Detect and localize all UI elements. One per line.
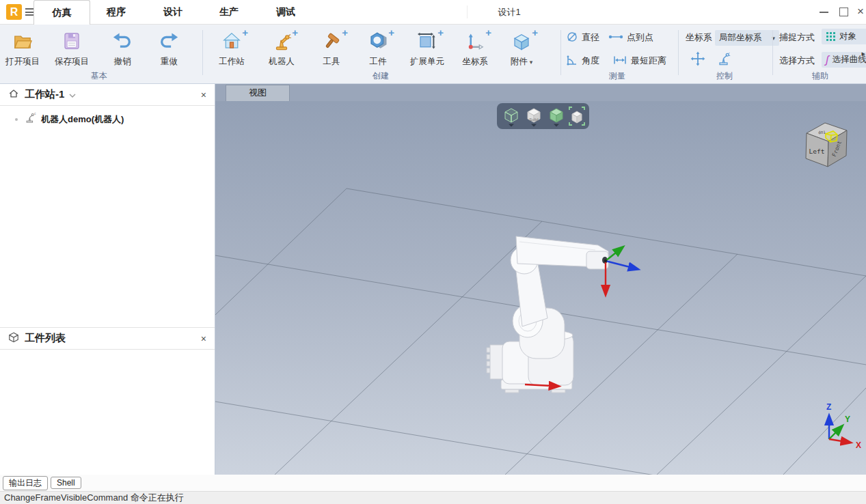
tree-item-robot[interactable]: c 机器人demo(机器人) (0, 106, 215, 126)
coordinate-axes-icon (465, 31, 485, 51)
solid-mode-label: Solid (529, 117, 538, 122)
robot-arm-icon (271, 31, 292, 51)
diameter-icon (566, 31, 578, 45)
view-cube[interactable]: Top Left Front (806, 123, 847, 167)
viewport-toolbar: Solid (497, 103, 589, 129)
station-tree: c 机器人demo(机器人) (0, 106, 215, 327)
viewport-canvas[interactable]: Solid (215, 101, 866, 475)
add-badge-icon: + (532, 27, 538, 38)
log-tabbar: 输出日志 Shell (0, 475, 866, 491)
point-to-point-icon (608, 31, 623, 45)
hex-nut-icon (368, 31, 388, 51)
menu-tab-simulation[interactable]: 仿真 (33, 0, 90, 25)
select-mode-label: 选择方式 (779, 54, 815, 68)
chevron-down-icon[interactable] (69, 89, 76, 101)
ribbon-group-control: 控制 (704, 70, 745, 82)
view-cube-left-label: Left (809, 148, 825, 155)
ribbon-divider (202, 30, 203, 75)
ribbon-group-basic: 基本 (79, 70, 120, 82)
robot-model[interactable] (487, 236, 608, 393)
axis-z-label: Z (826, 402, 831, 412)
add-badge-icon: + (388, 27, 394, 38)
ribbon-overflow-arrow[interactable]: ▸ (861, 49, 865, 58)
titlebar: R 仿真 程序 设计 生产 调试 设计1 × (0, 0, 866, 25)
menu-tab-program[interactable]: 程序 (96, 0, 137, 24)
move-cross-icon (690, 51, 705, 68)
snap-mode-label: 捕捉方式 (779, 31, 815, 44)
create-attachment-button[interactable]: + 附件▾ (499, 29, 544, 71)
status-bar: ChangeFrameVisibleCommand 命令正在执行 (0, 491, 866, 504)
ribbon: 打开项目 保存项目 撤销 重做 基本 + 工作站 (0, 25, 866, 84)
home-icon (8, 88, 19, 102)
floppy-disk-icon (62, 31, 82, 51)
create-frame-button[interactable]: + 坐标系 (452, 29, 498, 71)
ribbon-group-assist: 辅助 (800, 70, 841, 82)
measure-shortest-distance-button[interactable]: 最短距离 (612, 54, 666, 68)
axis-x-label: X (856, 440, 861, 450)
app-logo[interactable]: R (6, 4, 22, 20)
menu-tab-production[interactable]: 生产 (208, 0, 249, 24)
add-badge-icon: + (292, 27, 298, 38)
frame-selector-label: 坐标系 (686, 31, 712, 44)
cube-outline-icon (8, 332, 19, 346)
station-panel-close-button[interactable]: × (201, 89, 206, 100)
measure-diameter-button[interactable]: 直径 (566, 31, 599, 44)
add-badge-icon: + (242, 27, 248, 38)
folder-open-icon (12, 31, 33, 51)
robot-tree-icon: c (25, 112, 36, 126)
hammer-icon (321, 31, 342, 51)
create-extension-unit-button[interactable]: + 扩展单元 (405, 29, 450, 71)
angle-icon (566, 54, 578, 68)
scene-3d: Solid (215, 101, 866, 475)
tcp-frame (604, 247, 638, 294)
ribbon-divider (560, 30, 561, 75)
viewport-tab-view[interactable]: 视图 (226, 85, 290, 101)
snap-grid-icon (826, 31, 836, 42)
ribbon-group-create: 创建 (360, 70, 401, 82)
viewport: 视图 (215, 84, 866, 475)
tree-bullet-icon (15, 118, 18, 121)
station-panel-title: 工作站-1 (25, 88, 64, 101)
workpiece-panel-header: 工件列表 × (0, 327, 215, 350)
document-title: 设计1 (441, 0, 578, 24)
tree-item-label: 机器人demo(机器人) (41, 113, 124, 126)
svg-text:c: c (34, 112, 36, 115)
add-badge-icon: + (437, 27, 444, 38)
create-station-button[interactable]: + 工作站 (209, 29, 254, 71)
dropdown-caret-icon[interactable]: ▾ (530, 59, 533, 66)
measure-point-to-point-button[interactable]: 点到点 (608, 31, 653, 44)
create-tool-button[interactable]: + 工具 (309, 29, 354, 71)
measure-angle-button[interactable]: 角度 (566, 54, 599, 68)
workpiece-panel-close-button[interactable]: × (201, 333, 206, 344)
log-tab-output[interactable]: 输出日志 (3, 476, 48, 490)
redo-arrow-icon (159, 31, 179, 51)
menu-tab-debug[interactable]: 调试 (265, 0, 306, 24)
redo-button[interactable]: 重做 (146, 29, 191, 71)
world-axis-triad: Z Y X (826, 402, 861, 450)
window-minimize-button[interactable] (814, 0, 835, 24)
cube-icon (511, 31, 532, 51)
add-badge-icon: + (485, 27, 491, 38)
robot-outline-icon (716, 51, 731, 68)
extension-unit-icon (417, 31, 437, 51)
undo-button[interactable]: 撤销 (100, 29, 145, 71)
create-robot-button[interactable]: + 机器人 (259, 29, 304, 71)
undo-arrow-icon (112, 31, 133, 51)
window-close-button[interactable]: × (850, 0, 866, 24)
shortest-distance-icon (612, 54, 627, 68)
select-mode-button[interactable]: ʃ 选择曲线 (822, 52, 866, 68)
station-panel-header: 工作站-1 × (0, 84, 215, 106)
move-control-button[interactable] (690, 53, 705, 66)
frame-selector-dropdown[interactable]: 局部坐标系 ▾ (715, 30, 779, 46)
curve-select-icon: ʃ (826, 55, 829, 65)
menu-tab-design[interactable]: 设计 (152, 0, 193, 24)
snap-mode-button[interactable]: 对象 (822, 29, 866, 44)
save-project-button[interactable]: 保存项目 (49, 29, 94, 71)
ribbon-divider (772, 30, 773, 75)
create-workpiece-button[interactable]: + 工件 (355, 29, 401, 71)
log-tab-shell[interactable]: Shell (51, 477, 81, 489)
robot-jog-button[interactable] (716, 53, 731, 66)
viewport-tabstrip: 视图 (215, 84, 866, 101)
open-project-button[interactable]: 打开项目 (0, 29, 45, 71)
sidebar: 工作站-1 × c 机器人demo(机器人) 工件列表 × (0, 84, 215, 475)
